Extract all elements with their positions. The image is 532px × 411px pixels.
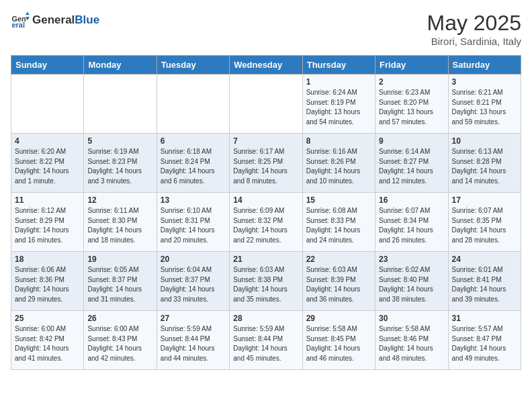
calendar-cell — [84, 75, 157, 134]
col-header-tuesday: Tuesday — [157, 56, 229, 75]
day-number: 19 — [87, 255, 152, 264]
calendar-cell: 23Sunrise: 6:02 AM Sunset: 8:40 PM Dayli… — [375, 252, 448, 311]
cell-info: Sunrise: 6:20 AM Sunset: 8:22 PM Dayligh… — [15, 147, 80, 186]
calendar-cell: 16Sunrise: 6:07 AM Sunset: 8:34 PM Dayli… — [375, 193, 448, 252]
calendar-cell: 20Sunrise: 6:04 AM Sunset: 8:37 PM Dayli… — [157, 252, 229, 311]
calendar-cell: 19Sunrise: 6:05 AM Sunset: 8:37 PM Dayli… — [84, 252, 157, 311]
cell-info: Sunrise: 6:13 AM Sunset: 8:28 PM Dayligh… — [452, 147, 517, 186]
day-number: 10 — [452, 136, 517, 146]
day-number: 3 — [452, 77, 517, 87]
day-number: 29 — [306, 314, 371, 323]
cell-info: Sunrise: 6:02 AM Sunset: 8:40 PM Dayligh… — [379, 265, 444, 304]
cell-info: Sunrise: 6:09 AM Sunset: 8:32 PM Dayligh… — [233, 206, 298, 245]
col-header-wednesday: Wednesday — [230, 56, 302, 75]
cell-info: Sunrise: 6:14 AM Sunset: 8:27 PM Dayligh… — [379, 147, 444, 186]
calendar-cell: 2Sunrise: 6:23 AM Sunset: 8:20 PM Daylig… — [375, 75, 448, 134]
day-number: 16 — [379, 195, 444, 205]
calendar-week-row: 18Sunrise: 6:06 AM Sunset: 8:36 PM Dayli… — [11, 252, 521, 311]
cell-info: Sunrise: 6:00 AM Sunset: 8:42 PM Dayligh… — [15, 324, 80, 363]
day-number: 11 — [15, 195, 80, 205]
calendar-week-row: 1Sunrise: 6:24 AM Sunset: 8:19 PM Daylig… — [11, 75, 521, 134]
cell-info: Sunrise: 6:11 AM Sunset: 8:30 PM Dayligh… — [87, 206, 152, 245]
day-number: 9 — [379, 136, 444, 146]
calendar-cell: 11Sunrise: 6:12 AM Sunset: 8:29 PM Dayli… — [11, 193, 84, 252]
day-number: 15 — [306, 195, 371, 205]
calendar-header-row: SundayMondayTuesdayWednesdayThursdayFrid… — [11, 56, 521, 75]
calendar-cell: 18Sunrise: 6:06 AM Sunset: 8:36 PM Dayli… — [11, 252, 84, 311]
calendar-cell: 31Sunrise: 5:57 AM Sunset: 8:47 PM Dayli… — [448, 311, 521, 370]
month-title: May 2025 — [427, 11, 521, 36]
cell-info: Sunrise: 5:58 AM Sunset: 8:46 PM Dayligh… — [379, 324, 444, 363]
day-number: 23 — [379, 255, 444, 264]
calendar-cell: 22Sunrise: 6:03 AM Sunset: 8:39 PM Dayli… — [302, 252, 375, 311]
day-number: 27 — [161, 314, 226, 323]
cell-info: Sunrise: 5:59 AM Sunset: 8:44 PM Dayligh… — [233, 324, 298, 363]
day-number: 6 — [161, 136, 226, 146]
col-header-monday: Monday — [84, 56, 157, 75]
cell-info: Sunrise: 6:07 AM Sunset: 8:34 PM Dayligh… — [379, 206, 444, 245]
calendar-week-row: 11Sunrise: 6:12 AM Sunset: 8:29 PM Dayli… — [11, 193, 521, 252]
day-number: 17 — [452, 195, 517, 205]
calendar-cell: 28Sunrise: 5:59 AM Sunset: 8:44 PM Dayli… — [230, 311, 302, 370]
location-title: Birori, Sardinia, Italy — [427, 36, 521, 47]
cell-info: Sunrise: 6:10 AM Sunset: 8:31 PM Dayligh… — [161, 206, 226, 245]
day-number: 4 — [15, 136, 80, 146]
cell-info: Sunrise: 6:23 AM Sunset: 8:20 PM Dayligh… — [379, 88, 444, 127]
cell-info: Sunrise: 6:12 AM Sunset: 8:29 PM Dayligh… — [15, 206, 80, 245]
day-number: 22 — [306, 255, 371, 264]
calendar-cell: 10Sunrise: 6:13 AM Sunset: 8:28 PM Dayli… — [448, 134, 521, 193]
calendar-cell: 8Sunrise: 6:16 AM Sunset: 8:26 PM Daylig… — [302, 134, 375, 193]
cell-info: Sunrise: 6:21 AM Sunset: 8:21 PM Dayligh… — [452, 88, 517, 127]
calendar-cell: 27Sunrise: 5:59 AM Sunset: 8:44 PM Dayli… — [157, 311, 229, 370]
day-number: 30 — [379, 314, 444, 323]
day-number: 31 — [452, 314, 517, 323]
calendar-cell: 4Sunrise: 6:20 AM Sunset: 8:22 PM Daylig… — [11, 134, 84, 193]
day-number: 20 — [161, 255, 226, 264]
cell-info: Sunrise: 5:58 AM Sunset: 8:45 PM Dayligh… — [306, 324, 371, 363]
calendar-cell: 5Sunrise: 6:19 AM Sunset: 8:23 PM Daylig… — [84, 134, 157, 193]
day-number: 25 — [15, 314, 80, 323]
day-number: 24 — [452, 255, 517, 264]
cell-info: Sunrise: 6:03 AM Sunset: 8:38 PM Dayligh… — [233, 265, 298, 304]
calendar-cell: 13Sunrise: 6:10 AM Sunset: 8:31 PM Dayli… — [157, 193, 229, 252]
calendar-cell: 30Sunrise: 5:58 AM Sunset: 8:46 PM Dayli… — [375, 311, 448, 370]
cell-info: Sunrise: 6:24 AM Sunset: 8:19 PM Dayligh… — [306, 88, 371, 127]
calendar-cell: 26Sunrise: 6:00 AM Sunset: 8:43 PM Dayli… — [84, 311, 157, 370]
cell-info: Sunrise: 5:59 AM Sunset: 8:44 PM Dayligh… — [161, 324, 226, 363]
calendar-week-row: 25Sunrise: 6:00 AM Sunset: 8:42 PM Dayli… — [11, 311, 521, 370]
cell-info: Sunrise: 6:00 AM Sunset: 8:43 PM Dayligh… — [87, 324, 152, 363]
title-block: May 2025 Birori, Sardinia, Italy — [427, 11, 521, 47]
calendar-cell: 24Sunrise: 6:01 AM Sunset: 8:41 PM Dayli… — [448, 252, 521, 311]
cell-info: Sunrise: 6:03 AM Sunset: 8:39 PM Dayligh… — [306, 265, 371, 304]
calendar-cell: 1Sunrise: 6:24 AM Sunset: 8:19 PM Daylig… — [302, 75, 375, 134]
logo-icon: Gen eral — [11, 11, 30, 30]
calendar-cell — [11, 75, 84, 134]
day-number: 5 — [87, 136, 152, 146]
day-number: 21 — [233, 255, 298, 264]
col-header-thursday: Thursday — [302, 56, 375, 75]
cell-info: Sunrise: 6:19 AM Sunset: 8:23 PM Dayligh… — [87, 147, 152, 186]
cell-info: Sunrise: 6:06 AM Sunset: 8:36 PM Dayligh… — [15, 265, 80, 304]
logo: Gen eral GeneralBlue — [11, 11, 99, 30]
day-number: 28 — [233, 314, 298, 323]
cell-info: Sunrise: 6:18 AM Sunset: 8:24 PM Dayligh… — [161, 147, 226, 186]
day-number: 2 — [379, 77, 444, 87]
calendar-table: SundayMondayTuesdayWednesdayThursdayFrid… — [11, 55, 521, 370]
logo-general-text: General — [32, 13, 75, 27]
calendar-cell: 25Sunrise: 6:00 AM Sunset: 8:42 PM Dayli… — [11, 311, 84, 370]
page-header: Gen eral GeneralBlue May 2025 Birori, Sa… — [11, 11, 521, 47]
logo-blue-text: Blue — [75, 13, 99, 27]
calendar-cell: 6Sunrise: 6:18 AM Sunset: 8:24 PM Daylig… — [157, 134, 229, 193]
calendar-cell: 17Sunrise: 6:07 AM Sunset: 8:35 PM Dayli… — [448, 193, 521, 252]
col-header-friday: Friday — [375, 56, 448, 75]
cell-info: Sunrise: 6:16 AM Sunset: 8:26 PM Dayligh… — [306, 147, 371, 186]
day-number: 18 — [15, 255, 80, 264]
cell-info: Sunrise: 6:07 AM Sunset: 8:35 PM Dayligh… — [452, 206, 517, 245]
day-number: 8 — [306, 136, 371, 146]
col-header-sunday: Sunday — [11, 56, 84, 75]
cell-info: Sunrise: 6:08 AM Sunset: 8:33 PM Dayligh… — [306, 206, 371, 245]
calendar-cell — [157, 75, 229, 134]
calendar-cell: 29Sunrise: 5:58 AM Sunset: 8:45 PM Dayli… — [302, 311, 375, 370]
day-number: 12 — [87, 195, 152, 205]
cell-info: Sunrise: 6:17 AM Sunset: 8:25 PM Dayligh… — [233, 147, 298, 186]
